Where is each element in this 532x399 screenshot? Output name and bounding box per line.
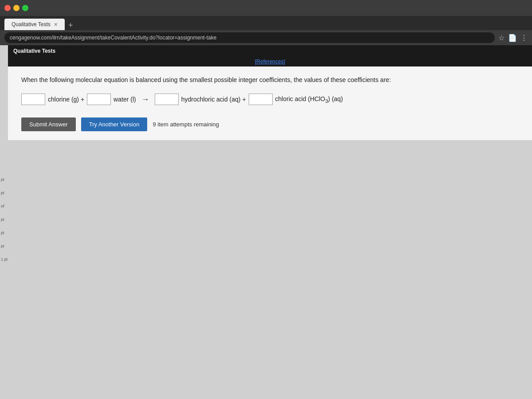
address-bar-row: cengagenow.com/ilrn/takeAssignment/takeC… — [0, 30, 532, 45]
browser-chrome — [0, 0, 532, 16]
tab-label: Qualitative Tests — [12, 21, 51, 27]
pt-label-1: pt — [1, 177, 8, 182]
coeff-water-input[interactable] — [87, 94, 111, 105]
main-content: Qualitative Tests [References] When the … — [8, 45, 532, 399]
pt-label-5: pt — [1, 231, 8, 235]
attempts-count: 9 — [153, 121, 156, 128]
buttons-row: Submit Answer Try Another Version 9 item… — [21, 117, 519, 131]
pt-label-4: pt — [1, 217, 8, 222]
pt-label-7: 1 pt — [1, 257, 8, 262]
maximize-btn[interactable] — [22, 5, 28, 11]
submit-answer-button[interactable]: Submit Answer — [21, 117, 76, 131]
attempts-remaining-text: 9 item attempts remaining — [153, 121, 219, 128]
coeff-hclo3-input[interactable] — [249, 94, 273, 105]
star-icon[interactable]: ☆ — [498, 34, 505, 42]
tab-bar: Qualitative Tests × + — [0, 16, 532, 30]
attempts-label: item attempts remaining — [157, 121, 219, 128]
browser-toolbar-icons: ☆ 📄 ⋮ — [498, 34, 528, 42]
equation-container: chlorine (g) + water (l) → hydrochloric … — [21, 94, 519, 105]
coeff-hcl-input[interactable] — [155, 94, 179, 105]
url-text: cengagenow.com/ilrn/takeAssignment/takeC… — [10, 35, 216, 41]
coeff-chlorine-input[interactable] — [21, 94, 45, 105]
pdf-icon[interactable]: 📄 — [508, 34, 517, 42]
compound-hcl-label: hydrochloric acid (aq) + — [181, 96, 246, 103]
active-tab[interactable]: Qualitative Tests × — [4, 19, 65, 30]
close-btn[interactable] — [4, 5, 11, 11]
address-bar[interactable]: cengagenow.com/ilrn/takeAssignment/takeC… — [4, 32, 495, 43]
try-another-version-button[interactable]: Try Another Version — [81, 117, 148, 131]
compound-water-label: water (l) — [113, 96, 136, 103]
nav-qualitative-tests[interactable]: Qualitative Tests — [13, 48, 55, 54]
new-tab-button[interactable]: + — [68, 21, 73, 30]
question-text: When the following molecular equation is… — [21, 75, 519, 85]
compound-chlorine-label: chlorine (g) + — [48, 96, 84, 103]
pt-labels-sidebar: pt pt of pt pt pt 1 pt — [0, 177, 8, 262]
pt-label-3: of — [1, 204, 8, 208]
references-link[interactable]: [References] — [255, 59, 285, 65]
pt-label-2: pt — [1, 191, 8, 195]
reaction-arrow: → — [141, 95, 149, 104]
window-controls — [4, 5, 28, 11]
top-nav: Qualitative Tests — [8, 45, 532, 57]
menu-icon[interactable]: ⋮ — [520, 34, 528, 42]
grey-content-area — [8, 140, 532, 399]
references-bar: [References] — [8, 57, 532, 66]
compound-hclo3-label: chloric acid (HClO3) (aq) — [275, 95, 343, 104]
question-area: When the following molecular equation is… — [8, 66, 532, 140]
tab-close-icon[interactable]: × — [54, 21, 58, 28]
minimize-btn[interactable] — [13, 5, 20, 11]
pt-label-6: pt — [1, 244, 8, 248]
